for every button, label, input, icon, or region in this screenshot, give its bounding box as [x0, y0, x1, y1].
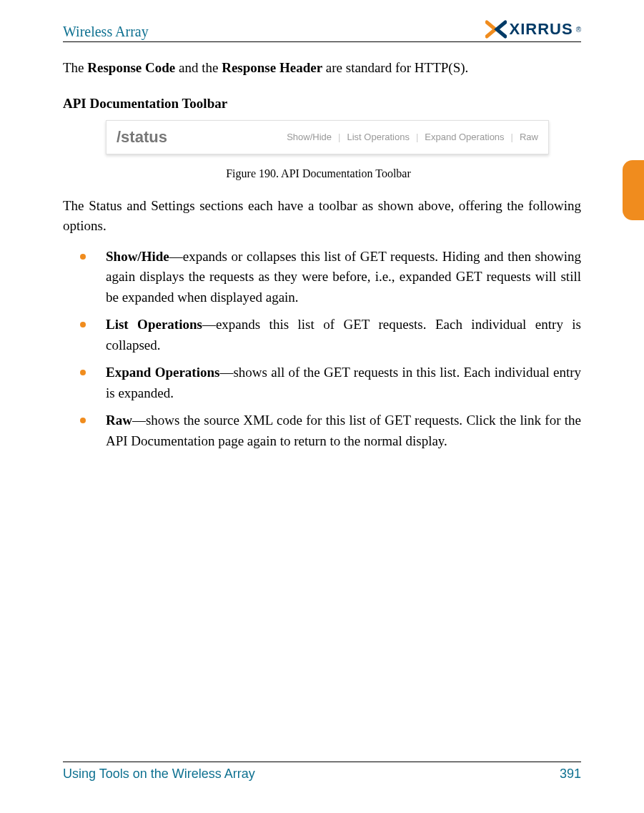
page-number: 391 — [560, 767, 581, 782]
logo: XIRRUS ® — [485, 20, 582, 39]
figure-caption: Figure 190. API Documentation Toolbar — [56, 167, 581, 180]
bullet-term: Expand Operations — [106, 365, 219, 380]
api-toolbar-screenshot: /status Show/Hide | List Operations | Ex… — [106, 120, 549, 154]
list-item: Show/Hide—expands or collapses this list… — [80, 247, 581, 308]
toolbar-link-list: List Operations — [347, 132, 409, 142]
bullet-desc: —expands or collapses this list of GET r… — [106, 249, 581, 305]
figure-wrapper: /status Show/Hide | List Operations | Ex… — [106, 120, 581, 180]
page-footer: Using Tools on the Wireless Array 391 — [63, 762, 581, 782]
toolbar-separator: | — [511, 132, 513, 142]
logo-text: XIRRUS — [510, 20, 573, 39]
toolbar-separator: | — [416, 132, 418, 142]
intro-bold-2: Response Header — [222, 60, 322, 75]
bullet-desc: —shows the source XML code for this list… — [106, 413, 581, 448]
xirrus-logo-icon — [485, 20, 507, 39]
list-item: List Operations—expands this list of GET… — [80, 315, 581, 355]
body-paragraph: The Status and Settings sections each ha… — [63, 196, 581, 237]
intro-pre: The — [63, 60, 87, 75]
toolbar-links: Show/Hide | List Operations | Expand Ope… — [287, 132, 538, 142]
intro-post: are standard for HTTP(S). — [322, 60, 468, 75]
list-item: Expand Operations—shows all of the GET r… — [80, 363, 581, 403]
intro-paragraph: The Response Code and the Response Heade… — [63, 58, 581, 79]
bullet-term: Raw — [106, 413, 132, 428]
toolbar-path: /status — [117, 128, 167, 147]
logo-registered: ® — [576, 26, 581, 34]
intro-mid: and the — [175, 60, 222, 75]
bullet-term: List Operations — [106, 317, 202, 332]
section-heading: API Documentation Toolbar — [63, 96, 581, 112]
toolbar-separator: | — [338, 132, 340, 142]
toolbar-link-expand: Expand Operations — [425, 132, 504, 142]
page-header: Wireless Array XIRRUS ® — [63, 20, 581, 42]
side-tab — [623, 160, 644, 220]
list-item: Raw—shows the source XML code for this l… — [80, 410, 581, 451]
toolbar-link-showhide: Show/Hide — [287, 132, 332, 142]
footer-section: Using Tools on the Wireless Array — [63, 767, 255, 782]
header-title: Wireless Array — [63, 24, 149, 40]
bullet-term: Show/Hide — [106, 249, 169, 264]
toolbar-link-raw: Raw — [520, 132, 538, 142]
intro-bold-1: Response Code — [87, 60, 175, 75]
options-list: Show/Hide—expands or collapses this list… — [63, 247, 581, 452]
